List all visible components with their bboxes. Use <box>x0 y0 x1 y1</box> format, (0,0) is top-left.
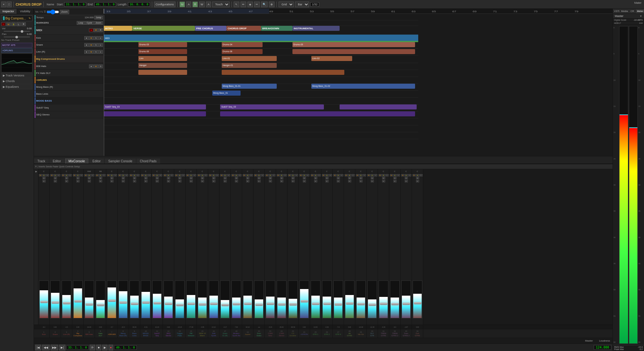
ch-m-15[interactable]: m <box>197 174 201 176</box>
ch-s-10[interactable]: s <box>144 174 147 176</box>
snare-s[interactable]: S <box>94 43 98 47</box>
ch-name-26[interactable]: 26GTR 2 <box>321 329 333 338</box>
ch-fader-10[interactable] <box>140 183 151 325</box>
ch-r-18[interactable]: r <box>238 174 242 176</box>
ch-e-15[interactable]: e <box>201 180 204 182</box>
ch-s-1[interactable]: s <box>42 174 46 176</box>
track-versions-header[interactable]: ▶ Track Versions <box>2 73 32 78</box>
ch-fader-29[interactable] <box>355 183 366 325</box>
trans-loop-btn[interactable]: ⟳ <box>90 345 95 350</box>
markers-zoom-btn[interactable]: Zoom <box>94 21 103 25</box>
time-ruler[interactable]: 33 35 37 39 41 43 45 47 49 51 53 55 57 5… <box>104 9 613 14</box>
ch-s-18[interactable]: s <box>235 174 238 176</box>
ch-e-4[interactable]: e <box>76 180 80 182</box>
ch-knob-24[interactable] <box>301 300 308 303</box>
ch-fader-13[interactable] <box>174 183 185 325</box>
ch-knob-2[interactable] <box>52 301 59 304</box>
ch-name-16[interactable]: 16Soft Synth <box>208 329 219 338</box>
ch-m-9[interactable]: m <box>130 174 133 176</box>
ch-r-30[interactable]: r <box>374 174 377 176</box>
grid-dropdown[interactable]: Grid <box>279 2 294 7</box>
tab-editor2[interactable]: Editor <box>89 159 104 164</box>
ch-r-19[interactable]: r <box>250 174 253 176</box>
ch-m-3[interactable]: m <box>62 174 65 176</box>
ch-fader-12[interactable] <box>163 183 174 325</box>
ch-knob-10[interactable] <box>142 301 150 304</box>
ch-knob-22[interactable] <box>278 303 286 306</box>
quantize-display[interactable]: 1/32 <box>310 2 319 7</box>
ch-name-24[interactable]: 24>SYNTH <box>299 329 310 338</box>
ch-r-29[interactable]: r <box>363 174 366 176</box>
pan-slider[interactable] <box>4 36 30 37</box>
ch-w-28[interactable]: w <box>348 177 351 179</box>
tab-inspector[interactable]: Inspector <box>0 9 17 14</box>
expand-left-icon[interactable]: ◀ <box>35 170 37 173</box>
ch-r-17[interactable]: r <box>227 174 230 176</box>
tab-meter[interactable]: Meter <box>636 9 644 14</box>
equalizers-header[interactable]: ▶ Equalizers <box>2 85 32 89</box>
ch-s-6[interactable]: s <box>99 174 102 176</box>
ch-e-8[interactable]: e <box>122 180 125 182</box>
ch-fader-17[interactable] <box>219 183 230 325</box>
ch-w-20[interactable]: w <box>258 177 261 179</box>
tab-cr[interactable]: CR <box>629 9 636 14</box>
ch-m-5[interactable]: m <box>84 174 87 176</box>
ch-fader-30[interactable] <box>367 183 378 325</box>
inspector-track-name[interactable]: Big Compres... ✎ <box>1 15 32 21</box>
ch-fader-8[interactable] <box>118 183 129 325</box>
ch-name-33[interactable]: 33Trem GTRS 2 <box>401 329 412 338</box>
ch-e-10[interactable]: e <box>144 180 147 182</box>
808-rec[interactable]: ● <box>89 64 93 68</box>
ch-knob-17[interactable] <box>221 304 229 306</box>
ch-r-13[interactable]: r <box>182 174 185 176</box>
kick-e[interactable]: e <box>98 36 103 40</box>
ch-name-31[interactable]: 31TREM GTRS <box>378 329 389 338</box>
ch-w-23[interactable]: w <box>291 177 295 179</box>
ch-knob-16[interactable] <box>210 303 218 305</box>
ch-e-31[interactable]: e <box>382 180 385 182</box>
markers-cycle-btn[interactable]: Cycle <box>85 21 94 25</box>
ch-r-7[interactable]: r <box>114 174 117 176</box>
w-button[interactable]: W <box>199 2 205 7</box>
ch-fader-1[interactable] <box>38 183 49 325</box>
ch-fader-16[interactable] <box>208 183 219 325</box>
ch-fader-22[interactable] <box>276 183 287 325</box>
ch-w-24[interactable]: w <box>303 177 306 179</box>
ch-s-30[interactable]: s <box>371 174 374 176</box>
808-s[interactable]: S <box>98 64 103 68</box>
ch-r-27[interactable]: r <box>340 174 343 176</box>
ch-s-15[interactable]: s <box>201 174 204 176</box>
ch-name-5[interactable]: 5808 Hats <box>84 329 95 338</box>
markers-loop-btn[interactable]: Loop <box>77 21 85 25</box>
ch-m-14[interactable]: m <box>186 174 189 176</box>
tool-5[interactable]: 🔍 <box>261 2 268 7</box>
ch-m-22[interactable]: m <box>277 174 280 176</box>
ch-name-15[interactable]: 15SEM V2 Warm <box>197 329 208 338</box>
ch-name-23[interactable]: 23CS Doubler <box>287 329 299 338</box>
zoom-btn[interactable]: Zoom <box>60 10 69 14</box>
trans-next-btn[interactable]: ▶| <box>59 345 65 350</box>
ch-w-5[interactable]: w <box>88 177 91 179</box>
ch-knob-1[interactable] <box>40 301 48 303</box>
ch-m-31[interactable]: m <box>379 174 382 176</box>
tab-sampler[interactable]: Sampler Console <box>105 159 136 164</box>
ch-s-23[interactable]: s <box>291 174 295 176</box>
ch-knob-29[interactable] <box>357 303 365 305</box>
ch-knob-11[interactable] <box>153 302 161 304</box>
kick-rec[interactable]: ● <box>84 36 89 40</box>
ch-w-15[interactable]: w <box>201 177 204 179</box>
ch-fader-23[interactable] <box>287 183 298 325</box>
fader-label[interactable]: Fader <box>53 165 58 168</box>
ch-m-11[interactable]: m <box>152 174 155 176</box>
ch-s-17[interactable]: s <box>224 174 227 176</box>
ch-m-21[interactable]: m <box>265 174 269 176</box>
ch-m-12[interactable]: m <box>164 174 167 176</box>
ch-e-12[interactable]: e <box>167 180 170 182</box>
ch-e-3[interactable]: e <box>65 180 68 182</box>
trans-stop-btn[interactable]: ■ <box>96 345 101 350</box>
ch-m-24[interactable]: m <box>299 174 303 176</box>
ch-w-29[interactable]: w <box>359 177 363 179</box>
ch-e-16[interactable]: e <box>212 180 215 182</box>
ch-m-19[interactable]: m <box>243 174 246 176</box>
ch-s-24[interactable]: s <box>303 174 306 176</box>
